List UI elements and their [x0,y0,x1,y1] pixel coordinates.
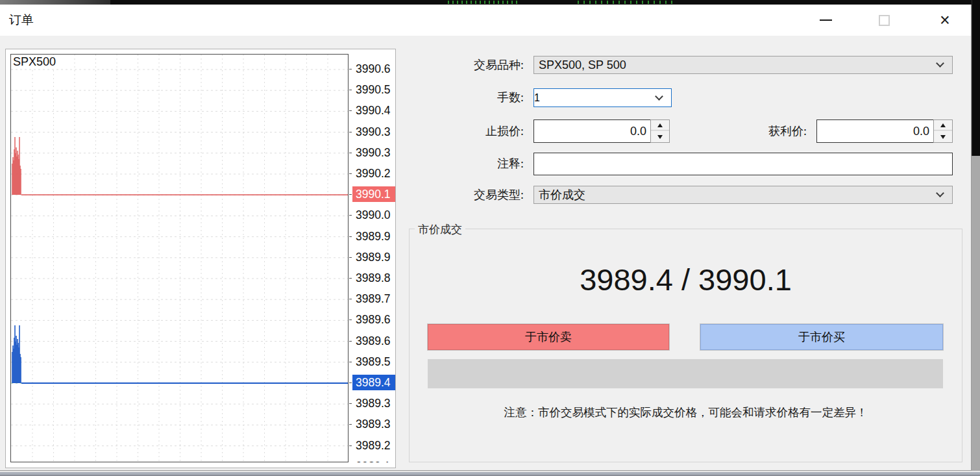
scale-tick [349,382,352,383]
background-app-strip-bottom [0,471,980,476]
background-app-strip-right [972,0,980,476]
scale-tick [349,341,352,342]
price-scale-label: 3989.8 [352,270,395,286]
order-type-value: 市价成交 [539,186,585,203]
order-dialog: 订单 × SPX500 3990.63990.53990.43990.33990… [0,5,972,471]
triangle-down-icon [940,135,946,139]
background-chart-ticks [448,1,519,4]
take-profit-decrement-button[interactable] [934,132,952,142]
price-scale-label: 3989.5 [352,354,395,370]
scale-tick [349,319,352,320]
scale-tick [349,445,352,446]
disabled-order-bar [428,359,943,388]
scale-tick [349,278,352,279]
minimize-icon [820,19,832,21]
dialog-titlebar: 订单 × [0,5,971,36]
chevron-down-icon [936,59,944,68]
symbol-dropdown[interactable]: SPX500, SP 500 [533,56,953,74]
market-execution-group: 市价成交 3989.4 / 3990.1 于市价卖 于市价买 注意：市价交易模式… [409,229,962,462]
price-scale-label: 3990.2 [352,166,395,181]
background-chart-fragment [972,0,980,156]
maximize-icon [879,15,890,26]
buy-by-market-button[interactable]: 于市价买 [700,324,943,350]
minimize-button[interactable] [811,5,840,36]
background-app-strip-top [0,0,980,5]
stop-loss-increment-button[interactable] [651,120,669,131]
take-profit-spinner [933,119,953,143]
price-scale-label: 3990.0 [352,207,395,223]
price-scale-label: 3989.1 [352,458,395,462]
scale-tick [349,110,352,111]
comment-label: 注释: [402,153,524,175]
price-scale-label: 3989.6 [352,333,395,349]
scale-tick [349,362,352,362]
market-execution-note: 注意：市价交易模式下的实际成交价格，可能会和请求价格有一定差异！ [410,405,962,420]
take-profit-input[interactable] [816,119,934,143]
triangle-up-icon [940,123,946,127]
group-legend: 市价成交 [415,222,465,237]
price-scale-label: 3989.7 [352,291,395,307]
take-profit-label: 获利价: [688,119,807,143]
maximize-button[interactable] [869,5,899,36]
tick-chart [11,55,348,462]
volume-label: 手数: [402,88,524,107]
price-scale-label: 3990.4 [352,103,395,118]
background-toolbar-fragment [0,0,110,5]
stop-loss-label: 止损价: [402,119,524,143]
triangle-up-icon [657,123,663,127]
scale-tick [349,90,352,90]
bid-ask-quote: 3989.4 / 3990.1 [410,257,962,303]
tick-chart-plot: SPX500 [10,54,349,462]
tick-chart-panel: SPX500 3990.63990.53990.43990.33990.3399… [5,49,396,468]
triangle-down-icon [657,135,663,139]
close-button[interactable]: × [930,5,960,36]
scale-tick [349,424,352,425]
price-scale-label: 3990.6 [352,61,395,77]
order-type-dropdown[interactable]: 市价成交 [533,186,953,204]
scale-tick [349,215,352,216]
sell-by-market-button[interactable]: 于市价卖 [428,324,669,350]
symbol-label: 交易品种: [402,56,524,74]
dialog-title: 订单 [9,5,34,36]
price-scale-label: 3989.9 [352,249,395,265]
take-profit-increment-button[interactable] [934,120,952,131]
price-scale-label: 3990.3 [352,124,395,140]
price-scale: 3990.63990.53990.43990.33990.33990.23990… [349,54,396,462]
scale-tick [349,69,352,69]
price-scale-label: 3989.2 [352,438,395,453]
stop-loss-spinner [650,119,670,143]
volume-combobox[interactable]: 1 [533,88,672,107]
close-icon: × [940,12,950,29]
price-scale-label: 3989.6 [352,312,395,327]
price-scale-label: 3989.9 [352,229,395,244]
scale-tick [349,299,352,299]
scale-tick [349,236,352,237]
price-scale-label: 3989.3 [352,416,395,432]
stop-loss-decrement-button[interactable] [651,132,669,142]
scale-tick [349,132,352,132]
scale-tick [349,153,352,153]
scale-tick [349,194,352,195]
price-scale-label: 3990.5 [352,82,395,97]
chart-symbol-label: SPX500 [13,55,58,69]
scale-tick [349,173,352,174]
price-scale-label: 3989.3 [352,395,395,411]
symbol-value: SPX500, SP 500 [539,56,626,73]
chevron-down-icon [936,189,944,197]
price-scale-label: 3990.3 [352,145,395,160]
chevron-down-icon [655,92,663,101]
ask-price-label: 3990.1 [352,186,395,202]
comment-input[interactable] [533,153,953,175]
bid-price-label: 3989.4 [352,375,395,390]
volume-value: 1 [534,92,540,103]
scale-tick [349,403,352,404]
stop-loss-input[interactable] [533,119,651,143]
order-type-label: 交易类型: [402,186,524,204]
background-chart-ticks [578,1,675,4]
scale-tick [349,257,352,258]
